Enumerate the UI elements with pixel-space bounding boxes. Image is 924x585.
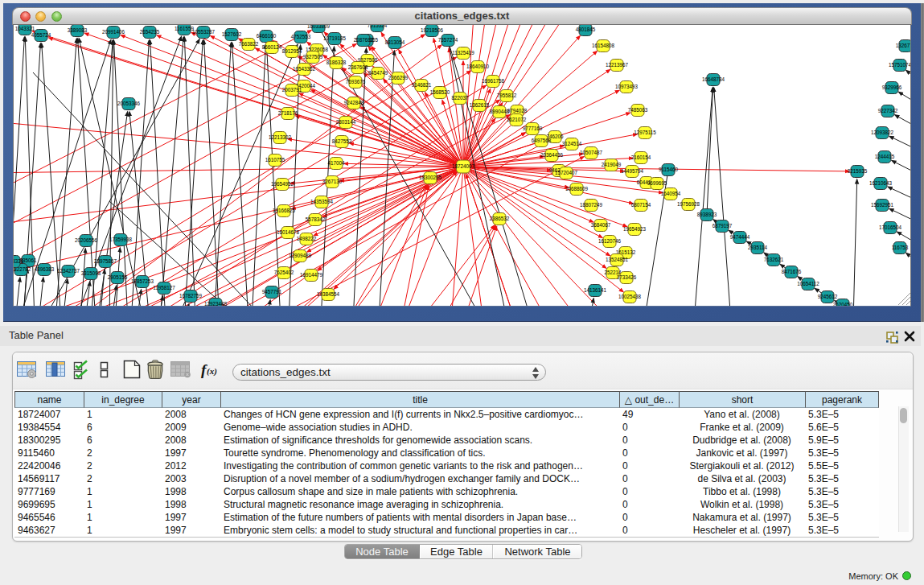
svg-text:16648784: 16648784: [702, 76, 725, 82]
svg-text:9329966: 9329966: [882, 84, 902, 90]
svg-text:116753: 116753: [892, 245, 909, 250]
svg-text:8215935: 8215935: [848, 168, 868, 174]
svg-text:11325419: 11325419: [452, 50, 474, 56]
svg-text:5578342: 5578342: [306, 216, 326, 222]
svg-text:3267130: 3267130: [322, 179, 343, 184]
svg-text:2718176: 2718176: [278, 110, 298, 116]
svg-text:9327509: 9327509: [303, 54, 323, 60]
svg-text:7632621: 7632621: [764, 257, 784, 262]
svg-text:1621072: 1621072: [507, 117, 527, 122]
svg-text:23975867: 23975867: [94, 258, 117, 264]
svg-text:2419049: 2419049: [602, 162, 622, 167]
svg-text:10507487: 10507487: [580, 150, 603, 155]
svg-text:17016504: 17016504: [879, 225, 902, 230]
svg-text:2935114: 2935114: [748, 245, 768, 250]
svg-text:19218506: 19218506: [421, 27, 444, 33]
svg-text:1733426: 1733426: [617, 274, 637, 280]
svg-text:8912954: 8912954: [282, 48, 302, 54]
svg-text:4055724: 4055724: [31, 32, 51, 38]
svg-text:16543362: 16543362: [293, 66, 316, 72]
svg-text:1498222: 1498222: [297, 236, 317, 241]
svg-text:9245612: 9245612: [818, 294, 838, 299]
svg-text:19654923: 19654923: [623, 226, 647, 232]
svg-text:9699695: 9699695: [647, 180, 667, 186]
svg-text:18724007: 18724007: [452, 163, 475, 169]
svg-text:4896383: 4896383: [35, 266, 55, 272]
svg-text:16961758: 16961758: [482, 78, 505, 84]
svg-text:10688609: 10688609: [565, 186, 589, 192]
svg-text:2367608: 2367608: [348, 64, 368, 70]
svg-text:1244415: 1244415: [875, 154, 895, 159]
svg-text:13524851: 13524851: [606, 257, 629, 262]
svg-text:12213302: 12213302: [269, 134, 292, 140]
svg-text:15751074: 15751074: [889, 62, 911, 68]
svg-text:7663822: 7663822: [239, 41, 259, 47]
svg-text:16033809: 16033809: [307, 25, 331, 29]
svg-text:3124514: 3124514: [562, 141, 582, 146]
svg-text:17857253: 17857253: [131, 278, 154, 284]
svg-text:7485063: 7485063: [628, 107, 648, 113]
svg-text:2003791: 2003791: [282, 87, 302, 93]
svg-text:14495794: 14495794: [621, 168, 644, 174]
svg-text:2160154: 2160154: [631, 154, 651, 160]
svg-text:9115460: 9115460: [659, 167, 679, 172]
svg-text:19384554: 19384554: [317, 291, 340, 297]
svg-text:12909489: 12909489: [289, 253, 312, 258]
svg-text:16210643: 16210643: [869, 180, 893, 186]
svg-text:8186328: 8186328: [326, 60, 347, 65]
svg-text:1326773: 1326773: [896, 43, 911, 48]
svg-text:1161559: 1161559: [175, 26, 195, 31]
svg-text:1568520: 1568520: [430, 89, 450, 95]
svg-text:9777169: 9777169: [523, 126, 543, 131]
svg-text:2620450: 2620450: [833, 302, 853, 307]
svg-text:3684067: 3684067: [591, 222, 611, 228]
svg-text:6879197: 6879197: [713, 223, 733, 229]
svg-text:6466160: 6466160: [257, 33, 277, 39]
svg-text:12093822: 12093822: [871, 130, 894, 135]
svg-text:2803144: 2803144: [336, 119, 356, 125]
svg-text:8454749: 8454749: [368, 70, 388, 76]
svg-text:19756928: 19756928: [677, 201, 700, 207]
svg-text:20991406: 20991406: [102, 29, 125, 35]
svg-text:12342737: 12342737: [57, 268, 80, 274]
svg-text:9794028: 9794028: [507, 108, 528, 113]
svg-text:2905155: 2905155: [108, 274, 128, 280]
svg-text:6807154: 6807154: [631, 202, 651, 208]
svg-text:9227342: 9227342: [878, 108, 898, 113]
svg-text:4801845: 4801845: [576, 27, 596, 32]
svg-text:16914479: 16914479: [300, 272, 323, 278]
svg-text:10553287: 10553287: [192, 29, 216, 35]
svg-text:16014678: 16014678: [277, 229, 300, 235]
svg-text:10719185: 10719185: [323, 35, 347, 41]
svg-text:9242848: 9242848: [344, 100, 364, 105]
svg-text:3315098: 3315098: [81, 270, 101, 276]
svg-text:6513338: 6513338: [14, 258, 24, 264]
svg-text:20206556: 20206556: [75, 237, 98, 243]
svg-text:18640910: 18640910: [466, 64, 490, 69]
svg-text:10025438: 10025438: [618, 294, 642, 299]
svg-text:14136141: 14136141: [584, 287, 607, 293]
svg-text:10654112: 10654112: [797, 281, 819, 286]
svg-text:2386532: 2386532: [490, 216, 510, 221]
svg-text:1640954: 1640954: [661, 191, 681, 196]
svg-text:7693676: 7693676: [346, 79, 366, 84]
svg-text:822037: 822037: [451, 95, 469, 101]
svg-text:18807249: 18807249: [580, 202, 603, 208]
svg-text:8471676: 8471676: [782, 269, 802, 274]
svg-text:12923448: 12923448: [204, 301, 228, 307]
svg-text:1362615: 1362615: [470, 102, 490, 108]
svg-text:9457791: 9457791: [262, 289, 282, 295]
svg-text:11958127: 11958127: [153, 285, 175, 290]
svg-text:18300295: 18300295: [419, 175, 442, 180]
svg-text:8660124: 8660124: [262, 44, 282, 50]
svg-text:8938923: 8938923: [697, 212, 717, 217]
svg-text:7357274: 7357274: [438, 37, 458, 43]
svg-text:17359938: 17359938: [109, 237, 133, 242]
svg-text:19166825: 19166825: [273, 208, 296, 213]
svg-text:7955812: 7955812: [497, 93, 517, 98]
svg-text:20364436: 20364436: [540, 152, 564, 158]
svg-text:2654235: 2654235: [140, 29, 160, 35]
svg-text:19654952: 19654952: [271, 181, 294, 187]
svg-text:8427552: 8427552: [332, 138, 352, 144]
svg-text:15720407: 15720407: [555, 170, 578, 175]
